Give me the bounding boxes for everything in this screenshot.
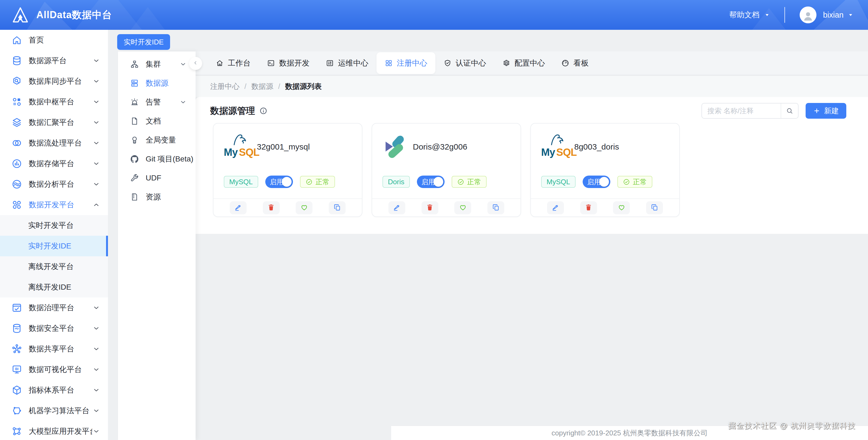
document-icon	[130, 116, 139, 126]
header-right: 帮助文档 bixian	[729, 6, 854, 23]
edit-button[interactable]	[230, 201, 247, 214]
panel-item-resource[interactable]: 资源	[118, 188, 195, 206]
top-tabbar: 工作台 数据开发 运维中心 注册中心 认证中心 配置中心 看板	[195, 52, 868, 75]
sidebar-item-data-analysis-platform[interactable]: 数据分析平台	[0, 174, 108, 195]
breadcrumb-item[interactable]: 注册中心	[210, 81, 240, 91]
secondary-sidebar: 集群 数据源 告警 文档 全局变量 Git 项目(Beta) UDF 资源	[118, 52, 195, 440]
global-var-icon	[130, 135, 139, 145]
tab-registry-center[interactable]: 注册中心	[376, 52, 435, 74]
caret-down-icon[interactable]	[848, 12, 854, 18]
home-icon	[11, 35, 22, 45]
sidebar-submenu: 实时开发平台 实时开发IDE 离线开发平台 离线开发IDE	[0, 215, 108, 298]
copy-button[interactable]	[646, 201, 663, 214]
edit-button[interactable]	[389, 201, 405, 214]
chevron-up-icon	[92, 201, 100, 209]
tab-data-dev[interactable]: 数据开发	[259, 52, 318, 75]
breadcrumb: 注册中心 / 数据源 / 数据源列表	[195, 76, 868, 97]
toggle-knob	[433, 177, 443, 187]
search-input[interactable]	[702, 107, 781, 115]
panel-item-cluster[interactable]: 集群	[118, 55, 195, 74]
sidebar-item-data-sharing-platform[interactable]: 数据共享平台	[0, 339, 108, 359]
delete-button[interactable]	[422, 201, 438, 214]
sidebar-item-metric-system-platform[interactable]: 指标体系平台	[0, 380, 108, 400]
toggle-knob	[599, 177, 609, 187]
realtime-ide-badge[interactable]: 实时开发IDE	[117, 34, 170, 50]
check-circle-icon	[623, 178, 630, 185]
tab-auth-center[interactable]: 认证中心	[435, 52, 494, 75]
header-divider	[784, 7, 785, 23]
enable-toggle[interactable]: 启用	[417, 176, 444, 188]
datasource-card: Doris@32g006 Doris 启用 正常	[372, 123, 521, 217]
sidebar-item-datasource-platform[interactable]: 数据源平台	[0, 50, 108, 71]
panel-item-datasource[interactable]: 数据源	[118, 74, 195, 93]
card-header: MySQL 32g001_mysql	[224, 134, 310, 159]
chevron-down-icon	[92, 77, 100, 86]
tab-workbench[interactable]: 工作台	[208, 52, 259, 75]
enable-toggle[interactable]: 启用	[265, 176, 293, 188]
plus-icon	[813, 107, 820, 114]
sidebar-item-home[interactable]: 首页	[0, 30, 108, 50]
sidebar-item-db-sync-platform[interactable]: 数据库同步平台	[0, 71, 108, 92]
favorite-button[interactable]	[454, 201, 471, 214]
header-decor-triangle	[127, 7, 168, 30]
card-header: Doris@32g006	[382, 134, 467, 159]
datasource-name: 32g001_mysql	[257, 142, 310, 151]
sidebar-item-llm-app-dev-platform[interactable]: 大模型应用开发平台	[0, 421, 108, 440]
db-sync-icon	[11, 76, 22, 87]
delete-button[interactable]	[263, 201, 280, 214]
favorite-button[interactable]	[613, 201, 630, 214]
panel-item-global-variable[interactable]: 全局变量	[118, 131, 195, 149]
chevron-down-icon	[92, 57, 100, 65]
enable-toggle[interactable]: 启用	[583, 176, 610, 188]
username[interactable]: bixian	[823, 10, 844, 20]
tab-config-center[interactable]: 配置中心	[494, 52, 553, 75]
sidebar-item-data-aggregation-platform[interactable]: 数据汇聚平台	[0, 112, 108, 133]
info-icon[interactable]	[259, 107, 268, 115]
favorite-button[interactable]	[296, 201, 312, 214]
datasource-server-icon	[130, 78, 139, 88]
app-title: AllData数据中台	[36, 8, 112, 22]
copy-icon	[492, 203, 500, 212]
sidebar-subitem-realtime-dev-ide[interactable]: 实时开发IDE	[0, 236, 108, 256]
sidebar-subitem-offline-dev-ide[interactable]: 离线开发IDE	[0, 277, 108, 298]
tab-board[interactable]: 看板	[553, 52, 597, 75]
sidebar-item-data-security-platform[interactable]: 数据安全平台	[0, 318, 108, 339]
panel-item-alarm[interactable]: 告警	[118, 93, 195, 112]
edit-button[interactable]	[547, 201, 564, 214]
panel-item-udf[interactable]: UDF	[118, 169, 195, 188]
breadcrumb-item[interactable]: 数据源	[251, 81, 273, 91]
copy-button[interactable]	[488, 201, 504, 214]
chevron-down-icon	[92, 386, 100, 394]
sidebar-item-stream-processing-platform[interactable]: 数据流处理平台	[0, 133, 108, 154]
chevron-down-icon	[92, 427, 100, 435]
sidebar-item-data-hub-platform[interactable]: 数据中枢平台	[0, 92, 108, 112]
search-icon[interactable]	[781, 103, 798, 118]
sidebar-item-data-storage-platform[interactable]: 数据存储平台	[0, 154, 108, 174]
panel-item-docs[interactable]: 文档	[118, 112, 195, 131]
sidebar-item-ml-algorithm-platform[interactable]: 机器学习算法平台	[0, 400, 108, 421]
create-button[interactable]: 新建	[806, 103, 846, 119]
sidebar-subitem-offline-dev-platform[interactable]: 离线开发平台	[0, 256, 108, 277]
delete-button[interactable]	[580, 201, 597, 214]
datasource-card-list: MySQL 32g001_mysql MySQL 启用 正常 Doris@32	[195, 123, 868, 217]
user-avatar[interactable]	[800, 6, 816, 23]
chevron-down-icon	[92, 98, 100, 106]
chevron-down-icon	[179, 60, 187, 68]
tab-ops-center[interactable]: 运维中心	[318, 52, 376, 75]
help-docs-menu[interactable]: 帮助文档	[729, 10, 770, 20]
tab-gear-icon	[502, 59, 510, 67]
sidebar-subitem-realtime-dev-platform[interactable]: 实时开发平台	[0, 215, 108, 236]
panel-item-git-project[interactable]: Git 项目(Beta)	[118, 149, 195, 169]
copy-button[interactable]	[329, 201, 346, 214]
sidebar-item-data-dev-platform[interactable]: 数据开发平台	[0, 195, 108, 215]
sidebar-item-data-visualization-platform[interactable]: BI 数据可视化平台	[0, 359, 108, 380]
app-logo[interactable]: AllData数据中台	[11, 6, 112, 24]
share-net-icon	[11, 343, 22, 354]
panel-collapse-handle[interactable]	[189, 57, 202, 70]
content-toolbar: 新建	[702, 103, 846, 119]
analysis-waves-icon	[11, 179, 22, 190]
heart-icon	[459, 203, 467, 212]
sidebar-item-data-governance-platform[interactable]: 数据治理平台	[0, 298, 108, 318]
datasource-name: 8g003_doris	[574, 142, 619, 151]
primary-sidebar: 首页 数据源平台 数据库同步平台 数据中枢平台 数据汇聚平台 数据流处理平台 数…	[0, 30, 108, 440]
